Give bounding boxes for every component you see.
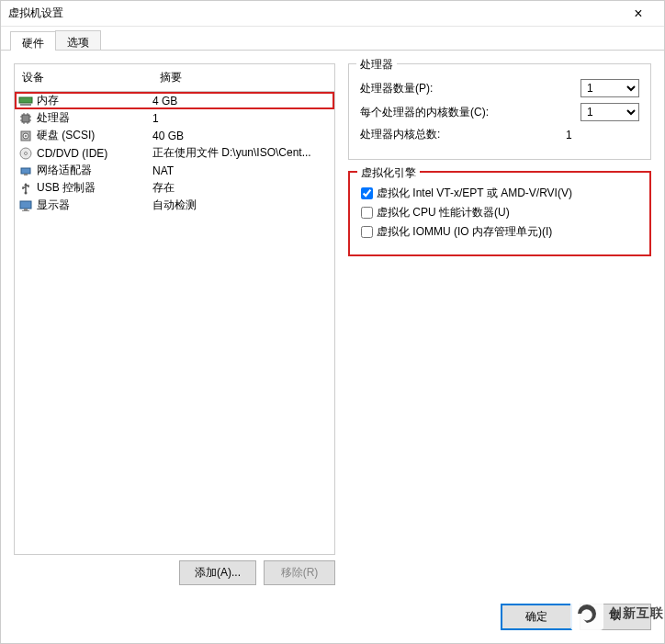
list-row[interactable]: CD/DVD (IDE)正在使用文件 D:\yun\ISO\Cent...	[15, 144, 334, 162]
usb-icon	[18, 181, 33, 196]
watermark-text: 创新互联	[609, 605, 664, 622]
device-summary: 正在使用文件 D:\yun\ISO\Cent...	[152, 145, 331, 161]
virt-perf-checkbox[interactable]	[361, 207, 373, 219]
window-title: 虚拟机设置	[8, 6, 620, 21]
list-row[interactable]: 硬盘 (SCSI)40 GB	[15, 127, 334, 144]
svg-rect-20	[20, 201, 31, 209]
device-summary: 40 GB	[152, 130, 331, 142]
close-icon[interactable]: ×	[620, 6, 657, 22]
cores-per-processor-label: 每个处理器的内核数量(C):	[360, 105, 580, 120]
device-name: 网络适配器	[37, 163, 92, 178]
device-list: 设备 摘要 内存4 GB处理器1硬盘 (SCSI)40 GBCD/DVD (ID…	[14, 63, 335, 555]
titlebar: 虚拟机设置 ×	[1, 1, 664, 27]
ok-button[interactable]: 确定	[501, 604, 572, 630]
virtualization-engine-group: 虚拟化引擎 虚拟化 Intel VT-x/EPT 或 AMD-V/RVI(V) …	[348, 171, 651, 256]
watermark-logo-icon	[570, 597, 603, 630]
svg-rect-21	[24, 209, 28, 210]
svg-point-15	[25, 152, 28, 154]
list-row[interactable]: 处理器1	[15, 109, 334, 127]
device-list-header: 设备 摘要	[15, 64, 334, 92]
svg-rect-16	[21, 168, 30, 174]
device-summary: 存在	[152, 180, 331, 196]
watermark: 创新互联	[570, 597, 664, 630]
cpu-icon	[18, 111, 33, 126]
device-summary: 4 GB	[152, 95, 331, 107]
device-name: USB 控制器	[37, 180, 96, 196]
svg-rect-0	[19, 97, 32, 103]
svg-rect-1	[20, 104, 31, 106]
processor-group: 处理器 处理器数量(P): 1 每个处理器的内核数量(C): 1 处理器内核总数…	[348, 63, 651, 160]
display-icon	[18, 198, 33, 213]
device-name: 显示器	[37, 198, 70, 213]
column-summary[interactable]: 摘要	[152, 64, 334, 91]
virt-iommu-checkbox[interactable]	[361, 226, 373, 238]
virt-perf-label[interactable]: 虚拟化 CPU 性能计数器(U)	[377, 205, 510, 220]
remove-button[interactable]: 移除(R)	[264, 560, 335, 585]
total-cores-value: 1	[566, 129, 639, 141]
tabstrip: 硬件 选项	[1, 27, 664, 51]
svg-rect-2	[22, 115, 29, 122]
device-summary: 自动检测	[152, 198, 331, 213]
cores-per-processor-select[interactable]: 1	[580, 103, 639, 121]
disk-icon	[18, 129, 33, 143]
processor-group-title: 处理器	[356, 57, 397, 73]
tab-hardware[interactable]: 硬件	[10, 31, 56, 51]
tab-options[interactable]: 选项	[55, 30, 101, 50]
processor-count-select[interactable]: 1	[580, 79, 639, 97]
total-cores-label: 处理器内核总数:	[360, 127, 566, 142]
cd-icon	[18, 146, 33, 161]
list-row[interactable]: 网络适配器NAT	[15, 162, 334, 179]
device-name: CD/DVD (IDE)	[37, 147, 107, 160]
svg-point-13	[25, 135, 27, 137]
virt-iommu-label[interactable]: 虚拟化 IOMMU (IO 内存管理单元)(I)	[377, 224, 552, 240]
svg-point-18	[25, 191, 28, 194]
device-summary: NAT	[152, 164, 331, 177]
network-icon	[18, 164, 33, 178]
device-name: 内存	[37, 93, 59, 108]
list-row[interactable]: USB 控制器存在	[15, 179, 334, 197]
svg-rect-17	[24, 174, 28, 175]
processor-count-label: 处理器数量(P):	[360, 81, 580, 96]
column-device[interactable]: 设备	[15, 64, 152, 91]
list-row[interactable]: 内存4 GB	[15, 92, 334, 109]
svg-marker-19	[24, 183, 28, 186]
device-summary: 1	[152, 112, 331, 125]
svg-rect-22	[22, 210, 29, 211]
memory-icon	[18, 94, 33, 108]
virt-vtx-label[interactable]: 虚拟化 Intel VT-x/EPT 或 AMD-V/RVI(V)	[377, 186, 572, 201]
list-row[interactable]: 显示器自动检测	[15, 197, 334, 214]
device-name: 处理器	[37, 110, 70, 126]
add-button[interactable]: 添加(A)...	[179, 560, 256, 585]
virt-vtx-checkbox[interactable]	[361, 187, 373, 199]
virtualization-engine-title: 虚拟化引擎	[357, 165, 420, 181]
device-name: 硬盘 (SCSI)	[37, 128, 95, 143]
